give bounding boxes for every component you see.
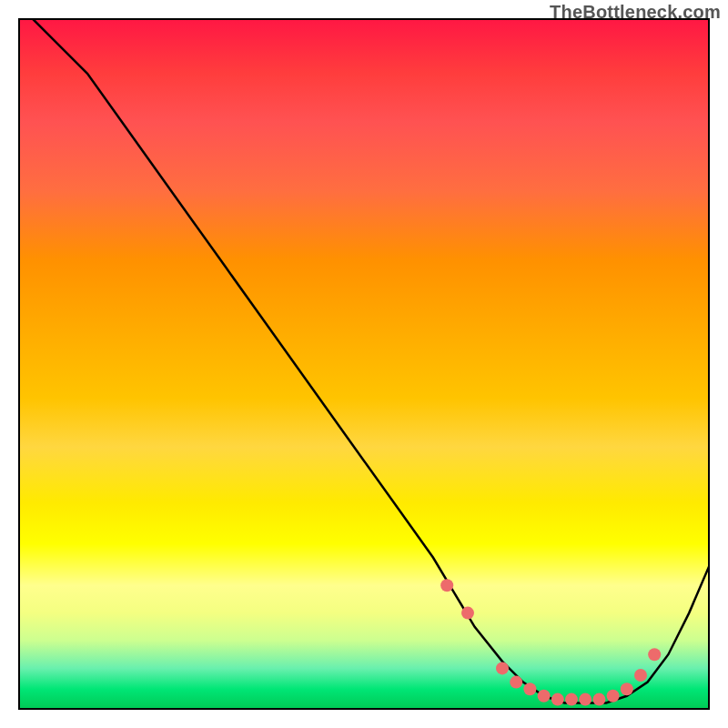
chart-container: TheBottleneck.com — [0, 0, 728, 728]
marker-dot — [496, 662, 509, 674]
highlight-markers — [440, 579, 661, 705]
marker-dot — [551, 693, 564, 706]
marker-dot — [634, 669, 647, 682]
marker-dot — [461, 607, 474, 620]
chart-plot — [18, 18, 710, 710]
marker-dot — [510, 676, 522, 689]
marker-dot — [440, 579, 453, 592]
curve-line — [32, 18, 710, 703]
attribution-label: TheBottleneck.com — [550, 2, 721, 23]
marker-dot — [523, 682, 536, 695]
marker-dot — [579, 693, 592, 706]
marker-dot — [621, 682, 633, 695]
marker-dot — [565, 693, 578, 706]
marker-dot — [592, 693, 605, 706]
marker-dot — [648, 648, 661, 661]
marker-dot — [538, 690, 551, 703]
marker-dot — [607, 690, 620, 703]
